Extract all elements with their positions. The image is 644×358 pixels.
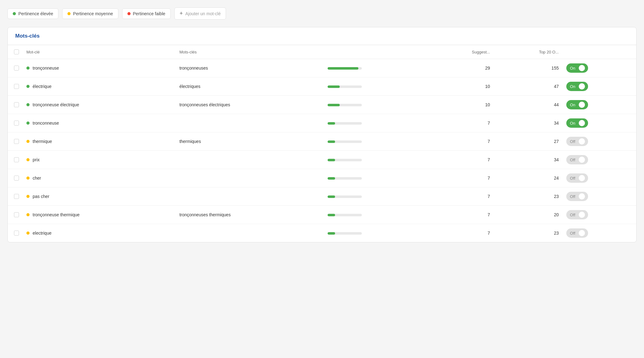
row-suggestions: 10 <box>429 96 494 114</box>
row-top20: 27 <box>494 132 563 151</box>
relevance-dot <box>26 213 30 216</box>
header-bar-col <box>324 45 429 59</box>
toggle-switch[interactable]: Off <box>566 192 588 201</box>
row-top20: 47 <box>494 77 563 96</box>
row-bar <box>324 187 429 206</box>
table-header-row: Mot-clé Mots-clés Suggest... Top 20 O... <box>8 45 636 59</box>
legend-high-label: Pertinence élevée <box>18 11 53 16</box>
row-keywords-plural: tronçonneuses thermiques <box>176 206 324 224</box>
table-row: electrique723Off <box>8 224 636 242</box>
row-keywords-plural <box>176 187 324 206</box>
row-checkbox[interactable] <box>14 212 19 217</box>
row-keyword: électrique <box>23 77 176 96</box>
row-toggle-cell: Off <box>563 206 636 224</box>
row-checkbox[interactable] <box>14 84 19 89</box>
row-top20: 44 <box>494 96 563 114</box>
row-keyword: prix <box>23 151 176 169</box>
row-keyword: electrique <box>23 224 176 242</box>
add-keyword-button[interactable]: + Ajouter un mot-clé <box>174 7 226 20</box>
row-suggestions: 7 <box>429 224 494 242</box>
row-top20: 34 <box>494 114 563 132</box>
toggle-label: Off <box>570 231 575 236</box>
row-keyword: tronconneuse <box>23 114 176 132</box>
row-keyword: thermique <box>23 132 176 151</box>
toggle-switch[interactable]: Off <box>566 210 588 219</box>
toggle-switch[interactable]: On <box>566 100 588 109</box>
toggle-switch[interactable]: On <box>566 82 588 91</box>
row-bar <box>324 151 429 169</box>
row-keyword: tronçonneuse électrique <box>23 96 176 114</box>
header-keywords-plural: Mots-clés <box>176 45 324 59</box>
dot-yellow <box>67 12 71 15</box>
toggle-switch[interactable]: On <box>566 63 588 73</box>
toggle-switch[interactable]: Off <box>566 228 588 238</box>
row-bar <box>324 96 429 114</box>
row-toggle-cell: On <box>563 114 636 132</box>
header-keyword: Mot-clé <box>23 45 176 59</box>
select-all-checkbox[interactable] <box>14 49 19 54</box>
dot-red <box>127 12 131 15</box>
relevance-dot <box>26 103 30 106</box>
relevance-dot <box>26 140 30 143</box>
legend-bar: Pertinence élevée Pertinence moyenne Per… <box>7 7 637 20</box>
plus-icon: + <box>180 10 183 17</box>
row-checkbox[interactable] <box>14 102 19 107</box>
table-row: tronçonneuse électriquetronçonneuses éle… <box>8 96 636 114</box>
relevance-dot <box>26 195 30 198</box>
table-row: pas cher723Off <box>8 187 636 206</box>
row-suggestions: 7 <box>429 206 494 224</box>
toggle-switch[interactable]: Off <box>566 137 588 146</box>
row-suggestions: 7 <box>429 132 494 151</box>
row-top20: 23 <box>494 187 563 206</box>
row-keywords-plural: électriques <box>176 77 324 96</box>
toggle-switch[interactable]: Off <box>566 155 588 164</box>
row-suggestions: 7 <box>429 169 494 187</box>
table-row: tronçonneuse thermiquetronçonneuses ther… <box>8 206 636 224</box>
row-keywords-plural <box>176 224 324 242</box>
relevance-dot <box>26 158 30 161</box>
row-checkbox[interactable] <box>14 176 19 181</box>
keywords-card: Mots-clés Mot-clé Mots-clés Suggest... T… <box>7 27 637 242</box>
toggle-switch[interactable]: On <box>566 118 588 128</box>
row-checkbox[interactable] <box>14 66 19 71</box>
row-checkbox[interactable] <box>14 121 19 126</box>
table-row: électriqueélectriques1047On <box>8 77 636 96</box>
toggle-label: Off <box>570 194 575 199</box>
row-bar <box>324 132 429 151</box>
table-row: tronçonneusetronçonneuses29155On <box>8 59 636 77</box>
legend-high: Pertinence élevée <box>7 8 58 19</box>
row-toggle-cell: Off <box>563 169 636 187</box>
row-checkbox[interactable] <box>14 231 19 236</box>
row-suggestions: 10 <box>429 77 494 96</box>
legend-medium-label: Pertinence moyenne <box>73 11 113 16</box>
table-row: cher724Off <box>8 169 636 187</box>
toggle-label: Off <box>570 158 575 162</box>
row-top20: 24 <box>494 169 563 187</box>
row-bar <box>324 169 429 187</box>
add-keyword-placeholder: Ajouter un mot-clé <box>185 11 221 16</box>
row-suggestions: 7 <box>429 114 494 132</box>
table-row: prix734Off <box>8 151 636 169</box>
toggle-switch[interactable]: Off <box>566 173 588 183</box>
table-row: tronconneuse734On <box>8 114 636 132</box>
toggle-label: On <box>570 84 575 89</box>
row-checkbox[interactable] <box>14 139 19 144</box>
toggle-knob <box>579 175 585 181</box>
toggle-knob <box>579 83 585 90</box>
row-toggle-cell: Off <box>563 132 636 151</box>
row-top20: 155 <box>494 59 563 77</box>
row-top20: 34 <box>494 151 563 169</box>
row-checkbox[interactable] <box>14 157 19 162</box>
toggle-knob <box>579 102 585 108</box>
row-bar <box>324 206 429 224</box>
row-top20: 23 <box>494 224 563 242</box>
row-checkbox[interactable] <box>14 194 19 199</box>
row-keywords-plural: thermiques <box>176 132 324 151</box>
row-suggestions: 7 <box>429 187 494 206</box>
header-checkbox-col <box>8 45 23 59</box>
row-keywords-plural <box>176 169 324 187</box>
header-top20: Top 20 O... <box>494 45 563 59</box>
row-top20: 20 <box>494 206 563 224</box>
row-bar <box>324 59 429 77</box>
row-toggle-cell: Off <box>563 187 636 206</box>
